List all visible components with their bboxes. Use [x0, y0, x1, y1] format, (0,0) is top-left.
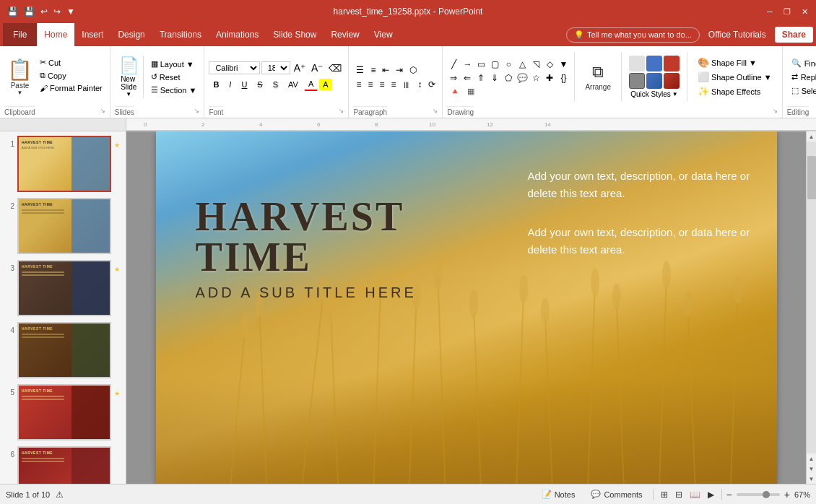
reset-btn[interactable]: ↺ Reset — [148, 71, 200, 83]
slide-thumb-2[interactable]: 2 HARVEST TIME — [3, 196, 123, 256]
menu-animations[interactable]: Animations — [209, 23, 266, 46]
redo-btn[interactable]: ↪ — [52, 5, 62, 18]
replace-btn[interactable]: ⇄ Replace ▼ — [787, 71, 816, 83]
decrease-indent-btn[interactable]: ⇤ — [379, 64, 392, 77]
tell-me-input[interactable]: 💡 Tell me what you want to do... — [566, 27, 700, 43]
slide-preview-2[interactable]: HARVEST TIME — [17, 198, 111, 254]
bold-btn[interactable]: B — [209, 78, 223, 91]
scroll-thumb[interactable] — [807, 156, 816, 199]
qs-item-6[interactable] — [664, 73, 680, 89]
menu-view[interactable]: View — [367, 23, 400, 46]
shadow-btn[interactable]: S — [269, 78, 282, 91]
font-color-btn[interactable]: A — [304, 77, 318, 91]
clear-format-btn[interactable]: ⌫ — [326, 62, 344, 74]
normal-view-btn[interactable]: ⊞ — [658, 488, 671, 501]
slide-preview-3[interactable]: HARVEST TIME — [17, 260, 111, 316]
zoom-in-btn[interactable]: + — [784, 489, 790, 500]
accessibility-icon[interactable]: ⚠ — [56, 490, 64, 500]
arrange-btn[interactable]: ⧉ Arrange — [579, 60, 617, 94]
shape-pentagon[interactable]: ⬠ — [502, 71, 515, 84]
zoom-level[interactable]: 67% — [794, 490, 810, 499]
shapes-group-btn[interactable]: ▦ — [464, 86, 477, 97]
qs-item-2[interactable] — [646, 56, 662, 71]
font-size-select[interactable]: 18 — [261, 61, 290, 74]
close-btn[interactable]: ✕ — [799, 6, 810, 17]
paste-dropdown-icon[interactable]: ▼ — [17, 90, 23, 96]
strikethrough-btn[interactable]: S — [253, 78, 266, 91]
slide-preview-1[interactable]: HARVEST TIME ADD A SUB TITLE HERE — [17, 136, 111, 192]
section-btn[interactable]: ☰ Section ▼ — [148, 84, 200, 96]
share-btn[interactable]: Share — [775, 27, 813, 43]
slide-thumb-5[interactable]: 5 HARVEST TIME ★ — [3, 383, 123, 442]
increase-indent-btn[interactable]: ⇥ — [393, 64, 406, 77]
menu-design[interactable]: Design — [110, 23, 152, 46]
line-spacing-btn[interactable]: ↕ — [414, 78, 425, 91]
shape-effects-btn[interactable]: ✨ Shape Effects — [693, 84, 776, 98]
layout-btn[interactable]: ▦ Layout ▼ — [148, 58, 200, 70]
shape-outline-btn[interactable]: ⬜ Shape Outline ▼ — [693, 70, 776, 84]
char-space-btn[interactable]: AV — [284, 78, 303, 91]
notes-btn[interactable]: 📝 Notes — [536, 488, 581, 500]
shape-oval[interactable]: ○ — [502, 58, 515, 71]
new-slide-arrow[interactable]: ▼ — [126, 91, 131, 97]
qs-item-3[interactable] — [664, 56, 680, 71]
scroll-up-btn[interactable]: ▲ — [807, 131, 817, 142]
increase-size-btn[interactable]: A⁺ — [292, 61, 308, 74]
scroll-middle-2[interactable]: ▼ — [807, 464, 817, 474]
shape-fill-btn[interactable]: 🎨 Shape Fill ▼ — [693, 56, 776, 69]
menu-home[interactable]: Home — [37, 23, 74, 46]
shape-round-rect[interactable]: ▢ — [488, 58, 501, 71]
insert-icon-btn[interactable]: 🔺 — [447, 86, 463, 97]
font-expand[interactable]: ↘ — [339, 108, 344, 114]
smart-art-btn[interactable]: ⬡ — [407, 64, 420, 77]
qs-item-1[interactable] — [629, 56, 645, 71]
undo-btn[interactable]: ↩ — [39, 5, 49, 18]
text-direction-btn[interactable]: ⟳ — [425, 78, 438, 91]
menu-insert[interactable]: Insert — [74, 23, 110, 46]
decrease-size-btn[interactable]: A⁻ — [309, 61, 325, 74]
italic-btn[interactable]: I — [225, 78, 235, 91]
slide-thumb-3[interactable]: 3 HARVEST TIME ★ — [3, 258, 123, 318]
shape-rtriangle[interactable]: ◹ — [529, 58, 542, 71]
customize-btn[interactable]: ▼ — [65, 5, 77, 18]
select-btn[interactable]: ⬚ Select ▼ — [787, 84, 816, 97]
slides-panel[interactable]: 1 HARVEST TIME ADD A SUB TITLE HERE ★ 2 … — [0, 131, 126, 484]
menu-slideshow[interactable]: Slide Show — [266, 23, 324, 46]
slide-preview-5[interactable]: HARVEST TIME — [17, 384, 111, 440]
copy-btn[interactable]: ⧉ Copy — [37, 69, 105, 82]
menu-file[interactable]: File — [3, 23, 37, 46]
comments-btn[interactable]: 💬 Comments — [585, 488, 648, 500]
drawing-expand[interactable]: ↘ — [773, 108, 778, 114]
shape-arrow[interactable]: → — [461, 58, 474, 71]
shape-callout[interactable]: 💬 — [516, 71, 529, 84]
shape-arrow-left[interactable]: ⇐ — [461, 71, 474, 84]
office-tutorials-btn[interactable]: Office Tutorials — [703, 27, 772, 43]
shape-diamond[interactable]: ◇ — [543, 58, 556, 71]
para-expand[interactable]: ↘ — [433, 108, 438, 114]
cut-btn[interactable]: ✂ Cut — [37, 56, 105, 69]
slides-expand[interactable]: ↘ — [194, 108, 199, 114]
save-btn[interactable]: 💾 — [22, 5, 36, 18]
slide-preview-6[interactable]: HARVEST TIME — [17, 446, 111, 484]
font-family-select[interactable]: Calibri — [209, 61, 259, 74]
menu-transitions[interactable]: Transitions — [152, 23, 209, 46]
shape-arrow-right[interactable]: ⇒ — [447, 71, 460, 84]
bullets-btn[interactable]: ☰ — [353, 64, 367, 77]
align-center-btn[interactable]: ≡ — [365, 78, 376, 91]
shape-rect[interactable]: ▭ — [474, 58, 487, 71]
find-btn[interactable]: 🔍 Find — [787, 57, 816, 69]
qs-item-5[interactable] — [646, 73, 662, 89]
slideshow-btn[interactable]: ▶ — [705, 488, 717, 501]
quick-styles-arrow[interactable]: ▼ — [672, 91, 678, 97]
format-painter-btn[interactable]: 🖌 Format Painter — [37, 82, 105, 94]
shape-triangle[interactable]: △ — [516, 58, 529, 71]
columns-btn[interactable]: ⫼ — [399, 78, 414, 91]
shape-arrow-down[interactable]: ⇓ — [488, 71, 501, 84]
slide-thumb-1[interactable]: 1 HARVEST TIME ADD A SUB TITLE HERE ★ — [3, 134, 123, 194]
scroll-down-btn[interactable]: ▼ — [807, 474, 817, 484]
shape-cross[interactable]: ✚ — [543, 71, 556, 84]
justify-btn[interactable]: ≡ — [388, 78, 399, 91]
slide-sorter-btn[interactable]: ⊟ — [672, 488, 685, 501]
shape-star[interactable]: ☆ — [529, 71, 542, 84]
underline-btn[interactable]: U — [237, 78, 251, 91]
